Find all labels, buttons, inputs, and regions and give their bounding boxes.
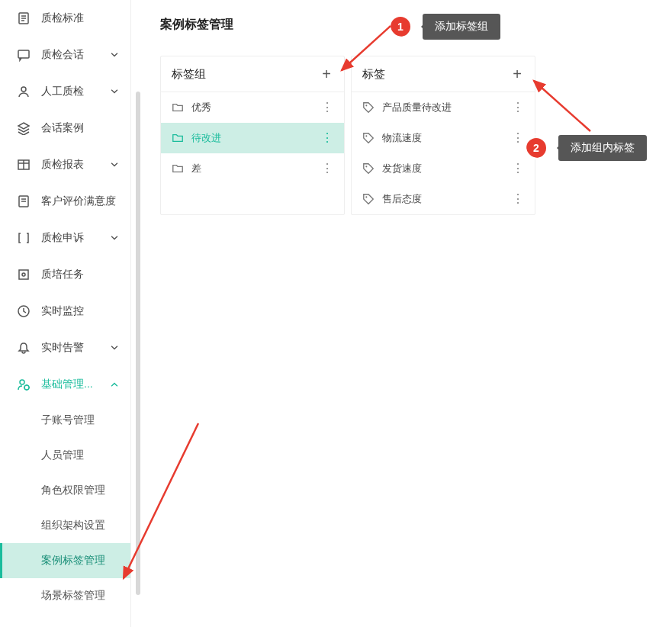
svg-point-12 [365, 166, 367, 167]
tag-panel: 标签 + 产品质量待改进⋮物流速度⋮发货速度⋮售后态度⋮ [351, 56, 535, 215]
tag-icon [362, 193, 375, 205]
tag-row-label: 产品质量待改进 [382, 101, 512, 114]
bell-icon [17, 341, 31, 355]
nav-item-8[interactable]: 实时监控 [0, 293, 130, 330]
scrollbar-thumb[interactable] [136, 92, 140, 595]
nav-item-4[interactable]: 质检报表 [0, 146, 130, 183]
tag-row-label: 物流速度 [382, 131, 512, 145]
group-row[interactable]: 优秀⋮ [161, 92, 344, 123]
sidebar: 质检标准质检会话人工质检会话案例质检报表客户评价满意度质检申诉质培任务实时监控实… [0, 0, 131, 627]
chevron-down-icon [109, 159, 120, 170]
user-gear-icon [17, 378, 31, 391]
tag-icon [362, 162, 375, 175]
nav-item-label: 质培任务 [41, 268, 120, 281]
chevron-up-icon [109, 379, 120, 390]
nav-item-label: 人工质检 [41, 85, 109, 98]
folder-icon [172, 132, 184, 144]
nav-item-10[interactable]: 基础管理... [0, 366, 130, 403]
nav-item-6[interactable]: 质检申诉 [0, 220, 130, 256]
doc-icon [17, 11, 31, 25]
user-icon [17, 85, 31, 98]
nav-item-0[interactable]: 质检标准 [0, 0, 130, 37]
nav-item-9[interactable]: 实时告警 [0, 330, 130, 366]
nav-item-label: 质检标准 [41, 11, 120, 25]
callout-badge-1: 1 [391, 17, 410, 37]
sub-nav-item-4[interactable]: 案例标签管理 [0, 543, 130, 578]
nav-item-3[interactable]: 会话案例 [0, 110, 130, 146]
more-icon[interactable]: ⋮ [512, 101, 524, 114]
nav-item-label: 客户评价满意度 [41, 195, 120, 208]
tag-row-label: 售后态度 [382, 192, 512, 206]
tag-panel-header: 标签 + [352, 56, 535, 92]
sub-nav-item-3[interactable]: 组织架构设置 [0, 508, 130, 543]
group-row-label: 优秀 [191, 101, 321, 114]
sub-nav-item-1[interactable]: 人员管理 [0, 438, 130, 473]
nav-item-2[interactable]: 人工质检 [0, 73, 130, 110]
folder-icon [172, 162, 184, 175]
svg-point-10 [365, 104, 367, 106]
chevron-down-icon [109, 50, 120, 60]
tag-row[interactable]: 产品质量待改进⋮ [352, 92, 535, 123]
nav-item-label: 基础管理... [41, 378, 109, 391]
chat-icon [17, 48, 31, 62]
callout-bubble-1: 添加标签组 [423, 14, 500, 40]
group-row[interactable]: 差⋮ [161, 153, 344, 184]
svg-point-9 [24, 385, 29, 390]
callout-bubble-2: 添加组内标签 [558, 135, 647, 161]
svg-point-6 [22, 273, 25, 276]
layers-icon [17, 121, 31, 135]
callout-add-tag: 2 添加组内标签 [526, 135, 647, 161]
tag-row[interactable]: 物流速度⋮ [352, 123, 535, 153]
nav-item-label: 会话案例 [41, 121, 120, 135]
nav-item-label: 质检会话 [41, 48, 109, 62]
callout-add-group: 1 添加标签组 [391, 14, 500, 40]
tag-icon [362, 132, 375, 144]
more-icon[interactable]: ⋮ [512, 132, 524, 144]
sub-nav-item-0[interactable]: 子账号管理 [0, 403, 130, 438]
nav-item-label: 质检申诉 [41, 231, 109, 245]
table-icon [17, 158, 31, 172]
tag-row-label: 发货速度 [382, 162, 512, 175]
svg-rect-1 [18, 50, 29, 58]
clock-icon [17, 304, 31, 318]
more-icon[interactable]: ⋮ [321, 162, 333, 175]
nav-item-label: 实时告警 [41, 341, 109, 355]
add-group-button[interactable]: + [320, 67, 333, 81]
svg-rect-5 [19, 270, 28, 279]
sub-nav-item-2[interactable]: 角色权限管理 [0, 473, 130, 508]
nav-item-label: 质检报表 [41, 158, 109, 172]
group-row[interactable]: 待改进⋮ [161, 123, 344, 153]
tag-row[interactable]: 发货速度⋮ [352, 153, 535, 184]
group-panel-header: 标签组 + [161, 56, 344, 92]
group-row-label: 待改进 [191, 131, 321, 145]
nav-item-7[interactable]: 质培任务 [0, 256, 130, 293]
group-row-label: 差 [191, 162, 321, 175]
more-icon[interactable]: ⋮ [512, 162, 524, 175]
bracket-icon [17, 231, 31, 245]
svg-point-11 [365, 135, 367, 137]
group-panel: 标签组 + 优秀⋮待改进⋮差⋮ [160, 56, 345, 215]
folder-icon [172, 101, 184, 114]
nav-item-1[interactable]: 质检会话 [0, 37, 130, 73]
svg-point-2 [21, 87, 26, 92]
nav-item-5[interactable]: 客户评价满意度 [0, 183, 130, 220]
chevron-down-icon [109, 233, 120, 243]
callout-badge-2: 2 [526, 138, 546, 158]
tag-row[interactable]: 售后态度⋮ [352, 184, 535, 214]
sub-nav-item-5[interactable]: 场景标签管理 [0, 578, 130, 613]
chevron-down-icon [109, 342, 120, 353]
group-panel-title: 标签组 [172, 67, 320, 82]
chevron-down-icon [109, 86, 120, 97]
nav-item-label: 实时监控 [41, 304, 120, 318]
more-icon[interactable]: ⋮ [321, 132, 333, 144]
note-icon [17, 195, 31, 208]
main-content: 案例标签管理 标签组 + 优秀⋮待改进⋮差⋮ 标签 + 产品质量待改进⋮物流速度… [142, 0, 672, 627]
svg-point-13 [365, 196, 367, 198]
tag-panel-title: 标签 [362, 67, 510, 82]
svg-point-8 [20, 380, 24, 384]
sidebar-scrollbar[interactable] [136, 0, 142, 627]
more-icon[interactable]: ⋮ [321, 101, 333, 114]
target-icon [17, 268, 31, 281]
more-icon[interactable]: ⋮ [512, 193, 524, 205]
add-tag-button[interactable]: + [510, 67, 524, 81]
